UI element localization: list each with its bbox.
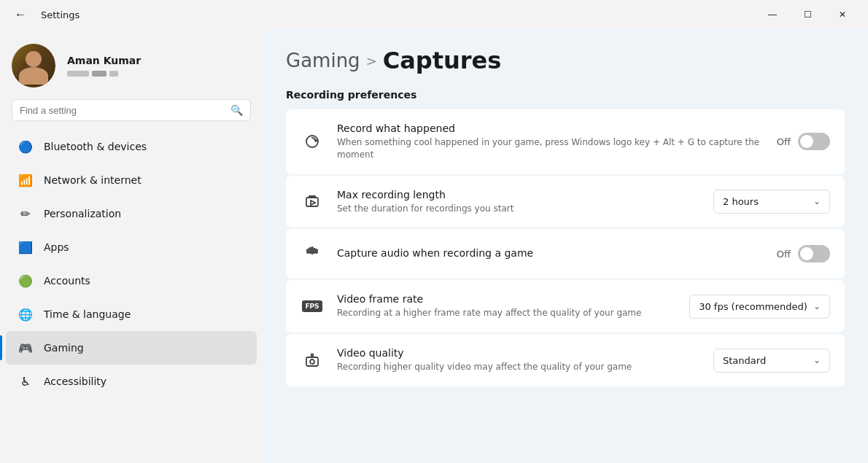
capture-audio-icon bbox=[301, 242, 324, 265]
video-frame-rate-dropdown[interactable]: 30 fps (recommended)⌄ bbox=[689, 295, 830, 319]
sidebar-item-personalization[interactable]: ✏️Personalization bbox=[6, 197, 257, 230]
breadcrumb: Gaming > Captures bbox=[286, 47, 845, 74]
capture-audio-control: Off bbox=[777, 245, 830, 262]
sidebar-item-label-personalization: Personalization bbox=[44, 208, 121, 219]
max-recording-length-dropdown[interactable]: 2 hours⌄ bbox=[713, 190, 830, 214]
back-button[interactable]: ← bbox=[9, 3, 32, 26]
settings-card-video-frame-rate: FPSVideo frame rateRecording at a higher… bbox=[286, 280, 845, 332]
video-quality-control: Standard⌄ bbox=[713, 349, 830, 373]
breadcrumb-sep: > bbox=[366, 53, 377, 69]
search-input[interactable] bbox=[20, 105, 225, 116]
svg-rect-3 bbox=[309, 248, 311, 253]
sidebar-item-gaming[interactable]: 🎮Gaming bbox=[6, 331, 257, 365]
record-what-happened-toggle-thumb bbox=[800, 135, 813, 148]
dot-1 bbox=[67, 71, 89, 77]
user-name: Aman Kumar bbox=[67, 55, 141, 66]
bluetooth-icon: 🔵 bbox=[18, 139, 34, 155]
sidebar-item-accounts[interactable]: 🟢Accounts bbox=[6, 264, 257, 297]
record-what-happened-toggle[interactable] bbox=[798, 133, 830, 150]
accounts-icon: 🟢 bbox=[18, 273, 34, 289]
sidebar-nav: 🔵Bluetooth & devices📶Network & internet✏… bbox=[0, 130, 263, 398]
capture-audio-toggle[interactable] bbox=[798, 245, 830, 262]
video-quality-dropdown-arrow: ⌄ bbox=[813, 355, 821, 365]
search-icon: 🔍 bbox=[230, 104, 243, 116]
network-icon: 📶 bbox=[18, 172, 34, 188]
max-recording-length-content: Max recording lengthSet the duration for… bbox=[337, 189, 700, 215]
video-quality-desc: Recording higher quality video may affec… bbox=[337, 361, 700, 373]
video-frame-rate-title: Video frame rate bbox=[337, 293, 676, 305]
video-quality-icon bbox=[301, 349, 324, 372]
sidebar-item-accessibility[interactable]: ♿Accessibility bbox=[6, 365, 257, 398]
max-recording-length-title: Max recording length bbox=[337, 189, 700, 201]
titlebar-title: Settings bbox=[41, 9, 80, 20]
capture-audio-toggle-label: Off bbox=[777, 249, 791, 260]
sidebar-item-label-bluetooth: Bluetooth & devices bbox=[44, 141, 147, 152]
record-what-happened-content: Record what happenedWhen something cool … bbox=[337, 122, 764, 161]
record-what-happened-icon bbox=[301, 130, 324, 153]
video-frame-rate-dropdown-arrow: ⌄ bbox=[813, 301, 821, 311]
record-what-happened-toggle-label: Off bbox=[777, 136, 791, 147]
video-quality-dropdown[interactable]: Standard⌄ bbox=[713, 349, 830, 373]
maximize-button[interactable]: ☐ bbox=[791, 3, 824, 26]
settings-card-max-recording-length: Max recording lengthSet the duration for… bbox=[286, 176, 845, 228]
breadcrumb-parent: Gaming bbox=[286, 50, 360, 71]
svg-rect-8 bbox=[306, 357, 318, 366]
max-recording-length-icon bbox=[301, 190, 324, 213]
svg-marker-2 bbox=[311, 201, 315, 205]
sidebar-item-label-apps: Apps bbox=[44, 241, 69, 253]
minimize-button[interactable]: — bbox=[756, 3, 789, 26]
video-quality-dropdown-value: Standard bbox=[723, 355, 766, 366]
max-recording-length-dropdown-arrow: ⌄ bbox=[813, 196, 821, 206]
sidebar-item-bluetooth[interactable]: 🔵Bluetooth & devices bbox=[6, 130, 257, 163]
settings-card-video-quality: Video qualityRecording higher quality vi… bbox=[286, 334, 845, 386]
dot-2 bbox=[92, 71, 106, 77]
sidebar-item-label-network: Network & internet bbox=[44, 174, 142, 186]
svg-rect-4 bbox=[311, 247, 313, 254]
titlebar-left: ← Settings bbox=[9, 3, 80, 26]
sidebar-item-time[interactable]: 🌐Time & language bbox=[6, 297, 257, 331]
svg-rect-6 bbox=[307, 249, 309, 253]
record-what-happened-desc: When something cool happened in your gam… bbox=[337, 136, 764, 161]
sidebar-item-network[interactable]: 📶Network & internet bbox=[6, 163, 257, 197]
dot-3 bbox=[109, 71, 118, 77]
section-title: Recording preferences bbox=[286, 89, 845, 101]
sidebar-item-label-accounts: Accounts bbox=[44, 275, 90, 287]
svg-rect-5 bbox=[314, 249, 315, 253]
sidebar: Aman Kumar 🔍 🔵Bluetooth & devices📶Networ… bbox=[0, 29, 263, 463]
settings-card-capture-audio: Capture audio when recording a gameOff bbox=[286, 229, 845, 279]
capture-audio-content: Capture audio when recording a game bbox=[337, 247, 764, 261]
time-icon: 🌐 bbox=[18, 306, 34, 322]
record-what-happened-title: Record what happened bbox=[337, 122, 764, 134]
sidebar-item-label-gaming: Gaming bbox=[44, 342, 84, 354]
video-frame-rate-icon: FPS bbox=[301, 295, 324, 318]
video-quality-content: Video qualityRecording higher quality vi… bbox=[337, 347, 700, 373]
user-profile: Aman Kumar bbox=[0, 29, 263, 99]
max-recording-length-dropdown-value: 2 hours bbox=[723, 196, 759, 207]
capture-audio-title: Capture audio when recording a game bbox=[337, 247, 764, 259]
video-frame-rate-content: Video frame rateRecording at a higher fr… bbox=[337, 293, 676, 319]
capture-audio-toggle-thumb bbox=[800, 247, 813, 260]
settings-card-record-what-happened: Record what happenedWhen something cool … bbox=[286, 109, 845, 174]
user-info: Aman Kumar bbox=[67, 55, 141, 77]
settings-list: Record what happenedWhen something cool … bbox=[286, 109, 845, 386]
titlebar: ← Settings — ☐ ✕ bbox=[0, 0, 868, 29]
sidebar-item-apps[interactable]: 🟦Apps bbox=[6, 230, 257, 264]
record-what-happened-control: Off bbox=[777, 133, 830, 150]
user-dots bbox=[67, 71, 141, 77]
search-box: 🔍 bbox=[12, 99, 251, 121]
accessibility-icon: ♿ bbox=[18, 373, 34, 389]
main-content: Gaming > Captures Recording preferences … bbox=[263, 29, 868, 463]
video-frame-rate-control: 30 fps (recommended)⌄ bbox=[689, 295, 830, 319]
video-frame-rate-dropdown-value: 30 fps (recommended) bbox=[699, 301, 807, 312]
breadcrumb-current: Captures bbox=[383, 47, 502, 74]
avatar-image bbox=[12, 44, 55, 87]
sidebar-item-label-accessibility: Accessibility bbox=[44, 376, 106, 387]
search-container: 🔍 bbox=[0, 99, 263, 130]
titlebar-controls: — ☐ ✕ bbox=[756, 3, 859, 26]
app-container: Aman Kumar 🔍 🔵Bluetooth & devices📶Networ… bbox=[0, 29, 868, 463]
personalization-icon: ✏️ bbox=[18, 206, 34, 222]
gaming-icon: 🎮 bbox=[18, 340, 34, 356]
avatar bbox=[12, 44, 55, 87]
svg-rect-7 bbox=[316, 249, 317, 253]
close-button[interactable]: ✕ bbox=[826, 3, 859, 26]
